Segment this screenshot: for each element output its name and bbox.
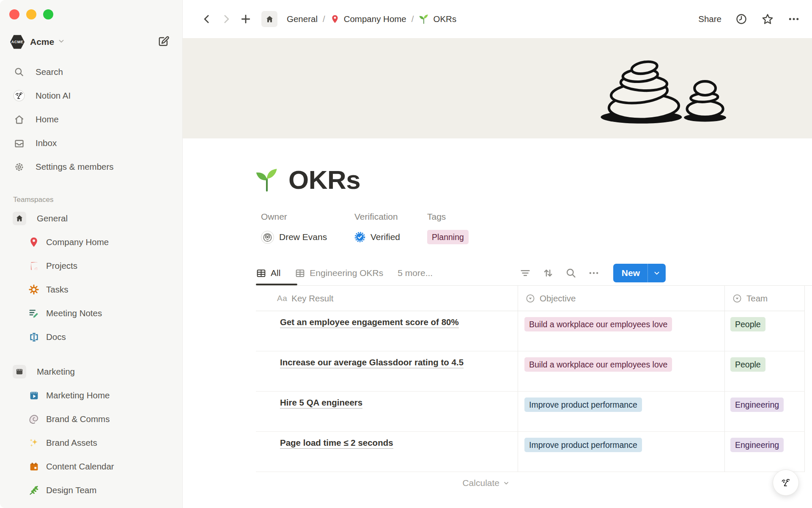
- sidebar-item-label: Docs: [46, 332, 66, 342]
- objective-tag[interactable]: Improve product performance: [524, 398, 642, 412]
- sidebar-item-tasks[interactable]: Tasks: [0, 278, 182, 301]
- objective-tag[interactable]: Build a workplace our employees love: [524, 357, 672, 372]
- breadcrumb-general[interactable]: General: [287, 14, 318, 24]
- team-tag[interactable]: Engineering: [730, 438, 784, 452]
- gear-icon: [13, 161, 25, 173]
- sidebar-item-label: Brand Assets: [46, 438, 97, 448]
- select-property-icon: [732, 293, 742, 304]
- sidebar-item-projects[interactable]: Projects: [0, 254, 182, 278]
- objective-tag[interactable]: Improve product performance: [524, 438, 642, 452]
- new-button[interactable]: New: [613, 264, 666, 282]
- forward-icon[interactable]: [219, 12, 233, 26]
- more-options-icon[interactable]: [787, 13, 800, 25]
- column-header-team[interactable]: Team: [725, 286, 805, 311]
- sidebar-nav: Search Notion AI Home Inbox: [0, 60, 182, 179]
- notion-ai-floating-button[interactable]: [773, 469, 799, 496]
- sidebar-item-brand-comms[interactable]: Brand & Comms: [0, 407, 182, 431]
- property-value-owner[interactable]: Drew Evans: [261, 229, 354, 246]
- database-toolbar: New: [519, 264, 666, 282]
- workspace-switcher[interactable]: ACME Acme: [10, 35, 170, 49]
- page-content: OKRs Owner Drew Evans Verification: [183, 138, 812, 508]
- sidebar-item-label: Settings & members: [36, 162, 114, 172]
- sidebar-item-home[interactable]: Home: [0, 108, 182, 131]
- sidebar-item-settings[interactable]: Settings & members: [0, 155, 182, 179]
- key-result-link[interactable]: Get an employee engagement score of 80%: [280, 317, 459, 328]
- close-window-button[interactable]: [9, 9, 19, 19]
- property-label-tags: Tags: [427, 212, 469, 222]
- sidebar-item-label: Projects: [46, 261, 77, 271]
- seedling-icon[interactable]: [255, 168, 279, 192]
- filter-icon[interactable]: [519, 267, 531, 279]
- tab-engineering-okrs[interactable]: Engineering OKRs: [295, 261, 383, 285]
- sidebar-item-company-home[interactable]: Company Home: [0, 230, 182, 254]
- team-tag[interactable]: People: [730, 317, 765, 331]
- property-value-verification[interactable]: Verified: [354, 229, 427, 246]
- team-tag[interactable]: People: [730, 357, 765, 372]
- minimize-window-button[interactable]: [26, 9, 36, 19]
- column-header-key-result[interactable]: Aa Key Result: [256, 286, 518, 311]
- sidebar-item-content-calendar[interactable]: Content Calendar: [0, 455, 182, 478]
- sparkles-icon: [28, 437, 40, 448]
- helm-icon: [28, 284, 40, 295]
- table-view-icon: [295, 268, 305, 279]
- database-tabbar: All Engineering OKRs 5 more...: [256, 261, 739, 285]
- sidebar-item-design-team[interactable]: Design Team: [0, 478, 182, 502]
- docs-icon: [28, 332, 40, 342]
- new-button-dropdown[interactable]: [648, 264, 666, 282]
- calculate-button[interactable]: Calculate: [462, 478, 510, 488]
- notion-ai-face-icon: [13, 90, 25, 102]
- add-page-icon[interactable]: [239, 12, 253, 26]
- main-area: General / Company Home / OKRs Share: [183, 0, 812, 508]
- map-pin-icon: [330, 14, 340, 24]
- sidebar-item-notion-ai[interactable]: Notion AI: [0, 84, 182, 108]
- back-icon[interactable]: [200, 12, 214, 26]
- key-result-link[interactable]: Increase our average Glassdoor rating to…: [280, 357, 464, 368]
- calculate-label: Calculate: [462, 478, 499, 488]
- column-header-objective[interactable]: Objective: [518, 286, 725, 311]
- seedling-icon: [419, 14, 429, 24]
- stacked-stones-illustration: [595, 57, 729, 124]
- chevron-down-icon: [58, 37, 65, 47]
- new-page-compose-icon[interactable]: [157, 35, 170, 49]
- sidebar-item-meeting-notes[interactable]: Meeting Notes: [0, 301, 182, 325]
- tag-planning[interactable]: Planning: [427, 230, 469, 244]
- tab-all[interactable]: All: [256, 261, 280, 285]
- select-property-icon: [525, 293, 535, 304]
- sidebar-teamspace-marketing[interactable]: Marketing: [0, 360, 182, 384]
- active-tab-underline: [256, 284, 297, 285]
- teamspace-label: Marketing: [37, 367, 75, 377]
- topbar: General / Company Home / OKRs Share: [183, 0, 812, 38]
- sidebar-item-label: Company Home: [46, 237, 109, 247]
- sidebar-item-inbox[interactable]: Inbox: [0, 131, 182, 155]
- objective-tag[interactable]: Build a workplace our employees love: [524, 317, 672, 331]
- sidebar-item-docs[interactable]: Docs: [0, 325, 182, 349]
- sort-icon[interactable]: [542, 267, 554, 279]
- favorite-star-icon[interactable]: [761, 13, 774, 25]
- inbox-icon: [13, 138, 25, 149]
- history-clock-icon[interactable]: [735, 13, 748, 25]
- team-tag[interactable]: Engineering: [730, 398, 784, 412]
- property-value-tags[interactable]: Planning: [427, 229, 469, 246]
- sidebar-item-brand-assets[interactable]: Brand Assets: [0, 431, 182, 455]
- new-button-label: New: [613, 264, 647, 282]
- more-views-button[interactable]: 5 more...: [398, 268, 433, 278]
- page-cover[interactable]: [183, 38, 812, 138]
- avatar: [261, 231, 274, 244]
- sidebar-item-marketing-home[interactable]: Marketing Home: [0, 384, 182, 407]
- breadcrumb-home-icon[interactable]: [261, 11, 277, 27]
- sidebar-teamspace-general[interactable]: General: [0, 207, 182, 230]
- view-options-icon[interactable]: [588, 267, 600, 279]
- page-title[interactable]: OKRs: [288, 165, 360, 195]
- share-button[interactable]: Share: [698, 14, 721, 24]
- video-icon: [28, 390, 40, 401]
- column-header-label: Key Result: [291, 293, 333, 304]
- window-controls: [0, 0, 182, 19]
- breadcrumb-company-home[interactable]: Company Home: [344, 14, 406, 24]
- zoom-window-button[interactable]: [43, 9, 53, 19]
- sidebar-item-search[interactable]: Search: [0, 60, 182, 84]
- key-result-link[interactable]: Page load time ≤ 2 seconds: [280, 438, 393, 449]
- key-result-link[interactable]: Hire 5 QA engineers: [280, 398, 362, 409]
- search-icon[interactable]: [565, 267, 577, 279]
- sidebar-item-label: Marketing Home: [46, 390, 110, 400]
- house-filled-icon: [13, 212, 26, 225]
